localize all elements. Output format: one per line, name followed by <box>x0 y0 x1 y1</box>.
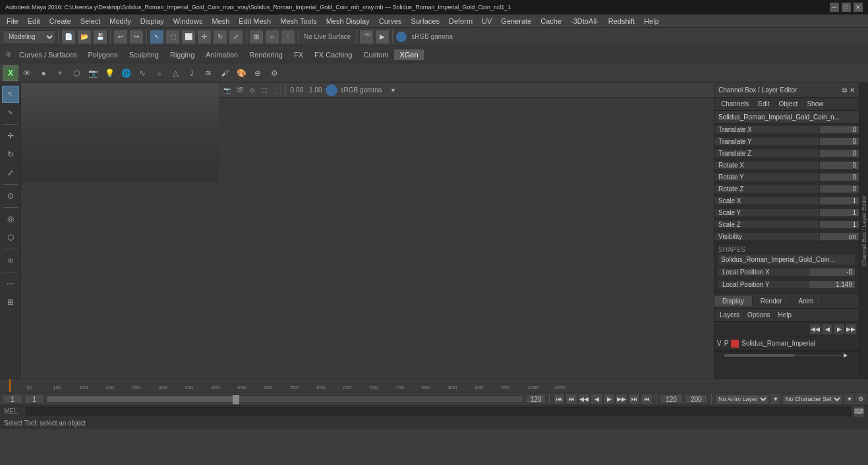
shape-local-pos-y[interactable]: Local Position Y 1.149 <box>718 278 855 290</box>
display-tab-render[interactable]: Render <box>753 296 791 306</box>
tool-move[interactable]: ✛ <box>2 127 19 144</box>
shelf-settings[interactable]: ⚙ <box>3 49 13 60</box>
tool-show-manip[interactable]: ⊞ <box>2 252 19 269</box>
icon-x[interactable]: X <box>3 65 18 81</box>
layer-arrow-prev[interactable]: ◀ <box>822 324 832 334</box>
anim-layer-selector[interactable]: No Anim Layer <box>715 394 769 404</box>
shape-local-pos-x[interactable]: Local Position X -0 <box>718 266 855 278</box>
tab-fx[interactable]: FX <box>289 49 308 60</box>
color-picker-button[interactable] <box>395 31 407 43</box>
menu-mesh-tools[interactable]: Mesh Tools <box>276 16 320 26</box>
channel-translate-y[interactable]: Translate Y 0 <box>714 136 859 148</box>
vp-camera-icon[interactable]: 📷 <box>221 84 233 96</box>
menu-modify[interactable]: Modify <box>105 16 134 26</box>
cb-menu-channels[interactable]: Channels <box>717 100 753 108</box>
menu-redshift[interactable]: Redshift <box>604 16 639 26</box>
layer-arrow-next-next[interactable]: ▶▶ <box>846 324 856 334</box>
vp-step-icon[interactable]: ⊙ <box>246 84 258 96</box>
move-button[interactable]: ✛ <box>197 30 212 44</box>
menu-windows[interactable]: Windows <box>169 16 207 26</box>
layer-scrollbar-thumb[interactable] <box>724 354 794 357</box>
tab-rendering[interactable]: Rendering <box>244 49 288 60</box>
pb-next-frame[interactable]: ⏭ <box>628 394 640 404</box>
icon-display-mode[interactable]: ● <box>36 65 51 81</box>
layer-arrow-next[interactable]: ▶ <box>834 324 844 334</box>
icon-hair[interactable]: ≋ <box>200 65 216 81</box>
channel-rotate-x[interactable]: Rotate X 0 <box>714 160 859 171</box>
channel-rotate-z[interactable]: Rotate Z 0 <box>714 183 859 195</box>
menu-uv[interactable]: UV <box>478 16 496 26</box>
frame-end-input[interactable] <box>660 394 683 404</box>
tool-select-arrow[interactable]: ↖ <box>2 86 19 103</box>
layer-scrollbar-track[interactable] <box>724 354 842 357</box>
icon-node[interactable]: ⬦ <box>151 65 167 81</box>
layer-arrow-prev-prev[interactable]: ◀◀ <box>810 324 821 334</box>
menu-3dto-all[interactable]: -3DtoAll- <box>567 16 603 26</box>
layer-scrollbar[interactable]: ▶ <box>714 351 859 359</box>
menu-cache[interactable]: Cache <box>536 16 565 26</box>
layer-visibility-toggle[interactable]: V <box>717 340 722 347</box>
char-set-icon2[interactable]: ⚙ <box>856 394 865 404</box>
cb-close-button[interactable]: ✕ <box>850 86 855 94</box>
icon-view-cube[interactable]: ⬡ <box>69 65 84 81</box>
tab-polygons[interactable]: Polygons <box>82 49 123 60</box>
channel-rotate-y[interactable]: Rotate Y 0 <box>714 171 859 183</box>
current-frame-input[interactable] <box>3 394 22 404</box>
icon-light[interactable]: 💡 <box>101 65 117 81</box>
tab-custom[interactable]: Custom <box>359 49 394 60</box>
tab-animation[interactable]: Animation <box>200 49 243 60</box>
close-button[interactable]: ✕ <box>854 3 863 12</box>
undo-button[interactable]: ↩ <box>113 30 128 44</box>
pb-step-fwd[interactable]: ▶▶ <box>616 394 627 404</box>
viewport[interactable]: View Shading Lighting Show Renderer Pane… <box>21 83 714 379</box>
open-scene-button[interactable]: 📂 <box>77 30 92 44</box>
tab-rigging[interactable]: Rigging <box>165 49 200 60</box>
icon-eye[interactable]: 👁 <box>19 65 35 81</box>
icon-geo[interactable]: △ <box>167 65 183 81</box>
render-button[interactable]: 🎬 <box>359 30 374 44</box>
command-input[interactable] <box>26 407 851 416</box>
channel-visibility[interactable]: Visibility on <box>714 231 859 243</box>
menu-file[interactable]: File <box>3 16 22 26</box>
channel-translate-x[interactable]: Translate X 0 <box>714 124 859 136</box>
display-tab-display[interactable]: Display <box>714 296 753 306</box>
snap-curve-button[interactable]: ≈ <box>265 30 279 44</box>
menu-create[interactable]: Create <box>45 16 75 26</box>
menu-curves[interactable]: Curves <box>375 16 406 26</box>
char-set-icon1[interactable]: ▼ <box>845 394 854 404</box>
tool-universal[interactable]: ⊙ <box>2 187 19 204</box>
pb-go-end[interactable]: ⏮ <box>641 394 652 404</box>
vp-smooth-icon[interactable]: ⬛ <box>272 84 283 96</box>
icon-brush[interactable]: 🖌 <box>217 65 233 81</box>
layers-menu-layers[interactable]: Layers <box>717 311 742 319</box>
channel-scale-x[interactable]: Scale X 1 <box>714 195 859 207</box>
pb-step-back[interactable]: ◀ <box>591 394 602 404</box>
vp-colorspace-icon[interactable] <box>326 84 337 96</box>
range-end-frame-input[interactable] <box>526 394 546 404</box>
menu-display[interactable]: Display <box>136 16 168 26</box>
tool-grid[interactable]: ⊞ <box>2 294 19 311</box>
icon-scene[interactable]: 🌐 <box>118 65 134 81</box>
tool-paint-select[interactable]: ✎ <box>2 104 19 121</box>
tool-scale[interactable]: ⤢ <box>2 164 19 181</box>
pb-go-start[interactable]: ⏮ <box>553 394 565 404</box>
pb-play-forward[interactable]: ▶ <box>603 394 615 404</box>
snap-point-button[interactable]: · <box>281 30 295 44</box>
menu-generate[interactable]: Generate <box>497 16 535 26</box>
menu-edit-mesh[interactable]: Edit Mesh <box>235 16 275 26</box>
layer-scroll-right[interactable]: ▶ <box>842 352 850 359</box>
tool-soft-mod[interactable]: ◎ <box>2 210 19 228</box>
cb-menu-object[interactable]: Object <box>775 100 802 108</box>
new-scene-button[interactable]: 📄 <box>61 30 76 44</box>
range-end-handle[interactable] <box>233 395 239 404</box>
menu-surfaces[interactable]: Surfaces <box>407 16 444 26</box>
layers-menu-options[interactable]: Options <box>745 311 772 319</box>
tool-rotate[interactable]: ↻ <box>2 146 19 163</box>
cb-menu-edit[interactable]: Edit <box>754 100 773 108</box>
lasso-button[interactable]: ⬚ <box>165 30 180 44</box>
ipr-button[interactable]: ▶ <box>375 30 390 44</box>
tab-xgen[interactable]: XGen <box>394 49 423 60</box>
cb-menu-show[interactable]: Show <box>803 100 827 108</box>
frame-max-input[interactable] <box>685 394 708 404</box>
pb-back[interactable]: ◀◀ <box>578 394 590 404</box>
